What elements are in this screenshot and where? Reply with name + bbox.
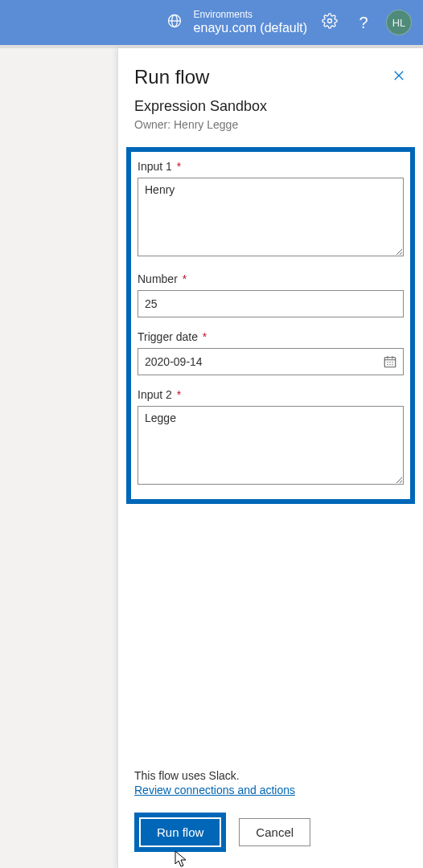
panel-header: Run flow Expression Sandbox Owner: Henry… xyxy=(118,48,423,139)
review-connections-link[interactable]: Review connections and actions xyxy=(134,784,295,796)
panel-title: Run flow xyxy=(134,66,407,88)
flow-owner: Owner: Henry Legge xyxy=(134,118,407,131)
field-label-trigger-date: Trigger date * xyxy=(138,330,404,343)
avatar[interactable]: HL xyxy=(386,10,412,35)
number-input[interactable] xyxy=(138,290,404,317)
input2-textarea[interactable] xyxy=(138,406,404,485)
help-icon: ? xyxy=(359,14,368,32)
close-button[interactable] xyxy=(389,68,409,87)
run-flow-panel: Run flow Expression Sandbox Owner: Henry… xyxy=(117,48,423,868)
cancel-button[interactable]: Cancel xyxy=(239,818,310,846)
trigger-date-input[interactable] xyxy=(138,348,404,375)
panel-footer-message: This flow uses Slack. Review connections… xyxy=(118,761,423,803)
required-asterisk: * xyxy=(174,388,181,401)
app-header: Environments enayu.com (default) ? HL xyxy=(0,0,423,45)
field-trigger-date: Trigger date * xyxy=(138,330,404,375)
field-label-input2: Input 2 * xyxy=(138,388,404,401)
environment-icon xyxy=(166,13,183,32)
run-flow-button[interactable]: Run flow xyxy=(141,819,220,845)
field-input2: Input 2 * xyxy=(138,388,404,488)
environment-selector[interactable]: Environments enayu.com (default) xyxy=(194,10,307,35)
field-label-number: Number * xyxy=(138,272,404,285)
required-asterisk: * xyxy=(179,272,187,285)
environment-name: enayu.com (default) xyxy=(194,21,307,35)
required-asterisk: * xyxy=(199,330,207,343)
uses-text: This flow uses Slack. xyxy=(134,769,407,782)
field-label-input1: Input 1 * xyxy=(138,160,404,173)
help-button[interactable]: ? xyxy=(352,11,375,34)
calendar-icon[interactable] xyxy=(383,354,397,369)
field-number: Number * xyxy=(138,272,404,317)
inputs-highlight-box: Input 1 * Number * Trigger date * xyxy=(126,147,415,504)
required-asterisk: * xyxy=(174,160,181,173)
field-input1: Input 1 * xyxy=(138,160,404,260)
environment-label: Environments xyxy=(194,10,307,21)
svg-point-2 xyxy=(328,18,332,23)
panel-actions: Run flow Cancel xyxy=(118,803,423,868)
close-icon xyxy=(392,68,406,86)
gear-icon xyxy=(322,13,338,33)
settings-button[interactable] xyxy=(318,11,341,34)
run-flow-highlight: Run flow xyxy=(134,813,226,852)
avatar-initials: HL xyxy=(392,17,406,29)
input1-textarea[interactable] xyxy=(138,178,404,256)
flow-name: Expression Sandbox xyxy=(134,98,407,115)
